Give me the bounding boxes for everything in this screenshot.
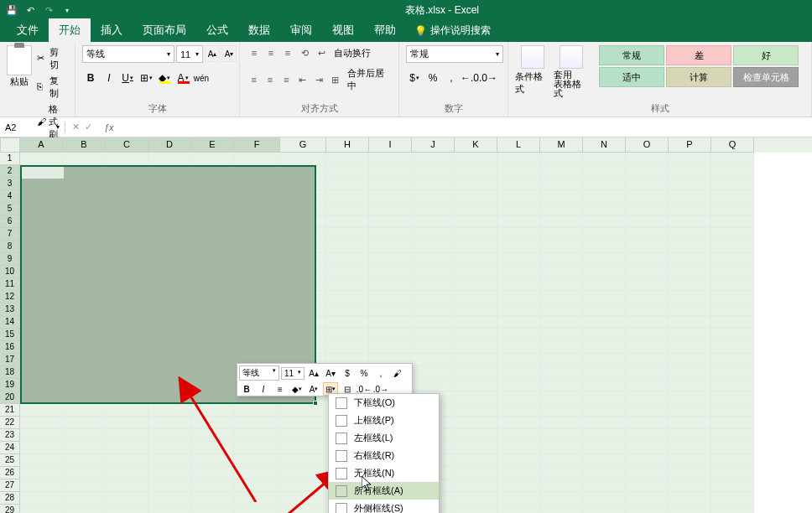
cell[interactable] <box>412 291 455 303</box>
cell[interactable] <box>711 303 754 316</box>
cell[interactable] <box>326 203 369 215</box>
cell[interactable] <box>63 278 106 291</box>
cell[interactable] <box>540 391 583 404</box>
cell[interactable] <box>711 479 754 492</box>
cut-button[interactable]: ✂剪切 <box>35 45 68 72</box>
cell[interactable] <box>540 303 583 316</box>
cell[interactable] <box>369 291 412 303</box>
cell-style-normal[interactable]: 常规 <box>599 45 664 65</box>
cell[interactable] <box>191 505 234 513</box>
cell[interactable] <box>455 479 497 492</box>
cell[interactable] <box>20 366 63 379</box>
cell[interactable] <box>63 241 106 253</box>
cell[interactable] <box>106 505 148 513</box>
cell[interactable] <box>63 354 106 366</box>
cell[interactable] <box>191 417 234 429</box>
cell[interactable] <box>455 241 497 253</box>
cell[interactable] <box>280 303 326 316</box>
mini-align[interactable]: ≡ <box>273 382 288 396</box>
cell[interactable] <box>191 215 234 228</box>
cell[interactable] <box>711 454 754 467</box>
cell[interactable] <box>626 429 669 442</box>
cell[interactable] <box>711 203 754 215</box>
cell[interactable] <box>63 316 106 329</box>
tab-help[interactable]: 帮助 <box>364 18 406 42</box>
mini-decrease-font[interactable]: A▾ <box>323 366 338 380</box>
mini-currency[interactable]: $ <box>340 366 355 380</box>
cell[interactable] <box>191 329 234 341</box>
border-menu-bottom[interactable]: 下框线(O) <box>329 394 439 412</box>
cell[interactable] <box>326 291 369 303</box>
mini-size-select[interactable]: 11▾ <box>281 367 304 380</box>
cell[interactable] <box>191 479 234 492</box>
border-menu-left[interactable]: 左框线(L) <box>329 429 439 447</box>
cell[interactable] <box>326 316 369 329</box>
cell[interactable] <box>20 479 63 492</box>
cell[interactable] <box>455 291 497 303</box>
cell[interactable] <box>497 228 540 241</box>
cell[interactable] <box>711 253 754 266</box>
cell[interactable] <box>412 341 455 354</box>
cell[interactable] <box>20 165 63 178</box>
cell[interactable] <box>191 203 234 215</box>
cell[interactable] <box>280 505 326 513</box>
cell[interactable] <box>583 417 626 429</box>
align-top-button[interactable]: ≡ <box>247 45 262 60</box>
cell[interactable] <box>369 178 412 190</box>
cell[interactable] <box>711 391 754 404</box>
cell[interactable] <box>455 203 497 215</box>
cell[interactable] <box>540 253 583 266</box>
cell[interactable] <box>626 228 669 241</box>
cell[interactable] <box>540 467 583 479</box>
cell[interactable] <box>669 492 711 505</box>
cell[interactable] <box>234 203 280 215</box>
increase-font-button[interactable]: A▴ <box>205 45 220 62</box>
increase-decimal-button[interactable]: ←.0 <box>461 70 478 86</box>
fx-icon[interactable]: ƒx <box>99 122 119 132</box>
cell[interactable] <box>412 203 455 215</box>
cell[interactable] <box>20 278 63 291</box>
cell[interactable] <box>106 165 148 178</box>
cell[interactable] <box>540 190 583 203</box>
cell[interactable] <box>148 203 191 215</box>
cell[interactable] <box>455 366 497 379</box>
cell[interactable] <box>540 404 583 417</box>
cell[interactable] <box>20 215 63 228</box>
cell[interactable] <box>626 190 669 203</box>
cell[interactable] <box>583 291 626 303</box>
cell[interactable] <box>583 379 626 391</box>
cell[interactable] <box>583 253 626 266</box>
cell[interactable] <box>669 391 711 404</box>
cell[interactable] <box>280 417 326 429</box>
cell[interactable] <box>455 266 497 278</box>
cell[interactable] <box>369 215 412 228</box>
cell[interactable] <box>63 366 106 379</box>
cell[interactable] <box>711 354 754 366</box>
cell[interactable] <box>280 479 326 492</box>
tab-layout[interactable]: 页面布局 <box>133 18 196 42</box>
save-icon[interactable]: 💾 <box>3 2 20 18</box>
cell[interactable] <box>497 203 540 215</box>
cell[interactable] <box>20 228 63 241</box>
cell[interactable] <box>148 303 191 316</box>
cell[interactable] <box>63 228 106 241</box>
cell[interactable] <box>148 341 191 354</box>
cell[interactable] <box>711 241 754 253</box>
cell[interactable] <box>711 190 754 203</box>
cell[interactable] <box>626 329 669 341</box>
cell[interactable] <box>412 329 455 341</box>
cell[interactable] <box>106 404 148 417</box>
cell[interactable] <box>412 266 455 278</box>
cell[interactable] <box>148 454 191 467</box>
mini-increase-font[interactable]: A▴ <box>306 366 321 380</box>
cell[interactable] <box>148 479 191 492</box>
cell[interactable] <box>106 316 148 329</box>
cell[interactable] <box>540 429 583 442</box>
cell[interactable] <box>669 442 711 454</box>
cell[interactable] <box>369 253 412 266</box>
cell[interactable] <box>326 241 369 253</box>
cell[interactable] <box>540 278 583 291</box>
cell[interactable] <box>497 391 540 404</box>
cell[interactable] <box>191 291 234 303</box>
cell[interactable] <box>148 266 191 278</box>
